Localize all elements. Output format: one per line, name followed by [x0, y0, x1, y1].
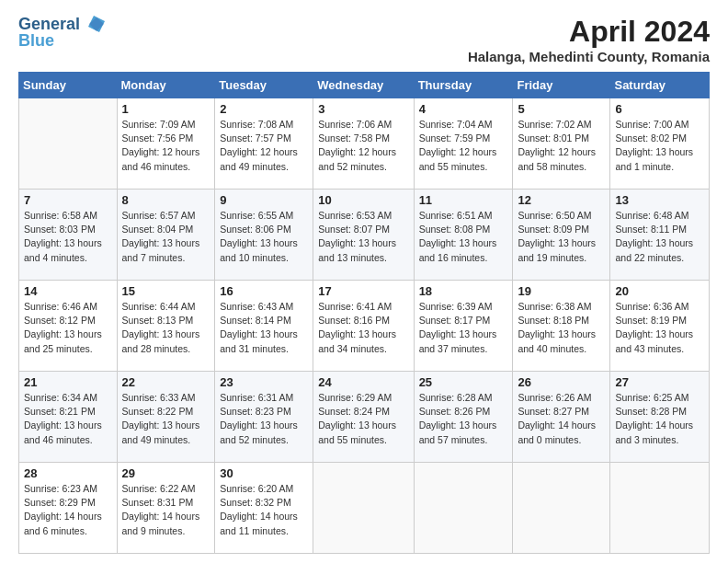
day-info: Sunrise: 6:36 AMSunset: 8:19 PMDaylight:… — [615, 300, 704, 356]
table-row: 14Sunrise: 6:46 AMSunset: 8:12 PMDayligh… — [19, 281, 118, 372]
day-number: 22 — [122, 375, 210, 389]
day-number: 26 — [518, 375, 605, 389]
day-info: Sunrise: 7:09 AMSunset: 7:56 PMDaylight:… — [122, 118, 210, 174]
day-info: Sunrise: 7:06 AMSunset: 7:58 PMDaylight:… — [318, 118, 408, 174]
day-info: Sunrise: 6:58 AMSunset: 8:03 PMDaylight:… — [24, 209, 112, 265]
day-info: Sunrise: 6:41 AMSunset: 8:16 PMDaylight:… — [318, 300, 408, 356]
day-number: 3 — [318, 102, 408, 116]
calendar-table: Sunday Monday Tuesday Wednesday Thursday… — [18, 72, 710, 554]
day-number: 12 — [518, 193, 605, 207]
table-row: 17Sunrise: 6:41 AMSunset: 8:16 PMDayligh… — [313, 281, 414, 372]
table-row: 28Sunrise: 6:23 AMSunset: 8:29 PMDayligh… — [19, 463, 118, 554]
day-info: Sunrise: 6:39 AMSunset: 8:17 PMDaylight:… — [419, 300, 508, 356]
table-row: 15Sunrise: 6:44 AMSunset: 8:13 PMDayligh… — [117, 281, 215, 372]
day-number: 18 — [419, 284, 508, 298]
day-info: Sunrise: 6:43 AMSunset: 8:14 PMDaylight:… — [220, 300, 308, 356]
table-row: 12Sunrise: 6:50 AMSunset: 8:09 PMDayligh… — [513, 190, 610, 281]
header-row: Sunday Monday Tuesday Wednesday Thursday… — [19, 73, 710, 98]
table-row: 10Sunrise: 6:53 AMSunset: 8:07 PMDayligh… — [313, 190, 414, 281]
day-info: Sunrise: 6:20 AMSunset: 8:32 PMDaylight:… — [220, 482, 308, 538]
col-friday: Friday — [513, 73, 610, 98]
day-number: 2 — [220, 102, 308, 116]
day-number: 20 — [615, 284, 704, 298]
day-number: 28 — [24, 466, 112, 480]
calendar-body: 1Sunrise: 7:09 AMSunset: 7:56 PMDaylight… — [19, 98, 710, 554]
day-number: 25 — [419, 375, 508, 389]
table-row: 8Sunrise: 6:57 AMSunset: 8:04 PMDaylight… — [117, 190, 215, 281]
table-row: 6Sunrise: 7:00 AMSunset: 8:02 PMDaylight… — [610, 98, 710, 190]
day-info: Sunrise: 7:00 AMSunset: 8:02 PMDaylight:… — [615, 118, 704, 174]
logo-icon — [86, 14, 107, 34]
location: Halanga, Mehedinti County, Romania — [468, 49, 710, 64]
table-row: 27Sunrise: 6:25 AMSunset: 8:28 PMDayligh… — [610, 372, 710, 463]
calendar-week-5: 28Sunrise: 6:23 AMSunset: 8:29 PMDayligh… — [19, 463, 710, 554]
col-wednesday: Wednesday — [313, 73, 414, 98]
day-number: 7 — [24, 193, 112, 207]
table-row: 30Sunrise: 6:20 AMSunset: 8:32 PMDayligh… — [215, 463, 313, 554]
day-info: Sunrise: 6:31 AMSunset: 8:23 PMDaylight:… — [220, 391, 308, 447]
table-row: 23Sunrise: 6:31 AMSunset: 8:23 PMDayligh… — [215, 372, 313, 463]
day-number: 15 — [122, 284, 210, 298]
col-tuesday: Tuesday — [215, 73, 313, 98]
table-row: 24Sunrise: 6:29 AMSunset: 8:24 PMDayligh… — [313, 372, 414, 463]
table-row: 21Sunrise: 6:34 AMSunset: 8:21 PMDayligh… — [19, 372, 118, 463]
day-number: 6 — [615, 102, 704, 116]
day-number: 29 — [122, 466, 210, 480]
day-info: Sunrise: 6:57 AMSunset: 8:04 PMDaylight:… — [122, 209, 210, 265]
day-number: 8 — [122, 193, 210, 207]
day-number: 19 — [518, 284, 605, 298]
day-number: 1 — [122, 102, 210, 116]
table-row: 26Sunrise: 6:26 AMSunset: 8:27 PMDayligh… — [513, 372, 610, 463]
calendar-week-2: 7Sunrise: 6:58 AMSunset: 8:03 PMDaylight… — [19, 190, 710, 281]
table-row: 2Sunrise: 7:08 AMSunset: 7:57 PMDaylight… — [215, 98, 313, 190]
table-row: 4Sunrise: 7:04 AMSunset: 7:59 PMDaylight… — [414, 98, 513, 190]
day-info: Sunrise: 6:34 AMSunset: 8:21 PMDaylight:… — [24, 391, 112, 447]
logo-blue: Blue — [18, 32, 107, 51]
day-number: 4 — [419, 102, 508, 116]
col-thursday: Thursday — [414, 73, 513, 98]
day-number: 30 — [220, 466, 308, 480]
page: General Blue April 2024 Halanga, Mehedin… — [0, 0, 728, 563]
table-row: 29Sunrise: 6:22 AMSunset: 8:31 PMDayligh… — [117, 463, 215, 554]
table-row: 9Sunrise: 6:55 AMSunset: 8:06 PMDaylight… — [215, 190, 313, 281]
day-info: Sunrise: 6:38 AMSunset: 8:18 PMDaylight:… — [518, 300, 605, 356]
day-info: Sunrise: 6:50 AMSunset: 8:09 PMDaylight:… — [518, 209, 605, 265]
day-info: Sunrise: 6:23 AMSunset: 8:29 PMDaylight:… — [24, 482, 112, 538]
table-row: 19Sunrise: 6:38 AMSunset: 8:18 PMDayligh… — [513, 281, 610, 372]
table-row: 11Sunrise: 6:51 AMSunset: 8:08 PMDayligh… — [414, 190, 513, 281]
svg-marker-1 — [89, 17, 104, 31]
col-sunday: Sunday — [19, 73, 118, 98]
table-row: 5Sunrise: 7:02 AMSunset: 8:01 PMDaylight… — [513, 98, 610, 190]
header: General Blue April 2024 Halanga, Mehedin… — [18, 15, 710, 64]
day-number: 23 — [220, 375, 308, 389]
day-info: Sunrise: 6:22 AMSunset: 8:31 PMDaylight:… — [122, 482, 210, 538]
day-number: 5 — [518, 102, 605, 116]
day-info: Sunrise: 6:46 AMSunset: 8:12 PMDaylight:… — [24, 300, 112, 356]
calendar-week-3: 14Sunrise: 6:46 AMSunset: 8:12 PMDayligh… — [19, 281, 710, 372]
day-info: Sunrise: 6:28 AMSunset: 8:26 PMDaylight:… — [419, 391, 508, 447]
day-number: 9 — [220, 193, 308, 207]
calendar-header: Sunday Monday Tuesday Wednesday Thursday… — [19, 73, 710, 98]
day-number: 10 — [318, 193, 408, 207]
month-title: April 2024 — [468, 15, 710, 49]
day-number: 17 — [318, 284, 408, 298]
day-info: Sunrise: 6:44 AMSunset: 8:13 PMDaylight:… — [122, 300, 210, 356]
day-number: 14 — [24, 284, 112, 298]
table-row: 1Sunrise: 7:09 AMSunset: 7:56 PMDaylight… — [117, 98, 215, 190]
table-row: 7Sunrise: 6:58 AMSunset: 8:03 PMDaylight… — [19, 190, 118, 281]
day-info: Sunrise: 6:26 AMSunset: 8:27 PMDaylight:… — [518, 391, 605, 447]
table-row: 16Sunrise: 6:43 AMSunset: 8:14 PMDayligh… — [215, 281, 313, 372]
table-row — [513, 463, 610, 554]
day-info: Sunrise: 6:51 AMSunset: 8:08 PMDaylight:… — [419, 209, 508, 265]
day-info: Sunrise: 6:48 AMSunset: 8:11 PMDaylight:… — [615, 209, 704, 265]
day-info: Sunrise: 7:04 AMSunset: 7:59 PMDaylight:… — [419, 118, 508, 174]
day-number: 27 — [615, 375, 704, 389]
table-row — [610, 463, 710, 554]
col-saturday: Saturday — [610, 73, 710, 98]
day-number: 16 — [220, 284, 308, 298]
calendar-week-1: 1Sunrise: 7:09 AMSunset: 7:56 PMDaylight… — [19, 98, 710, 190]
day-info: Sunrise: 6:33 AMSunset: 8:22 PMDaylight:… — [122, 391, 210, 447]
title-block: April 2024 Halanga, Mehedinti County, Ro… — [468, 15, 710, 64]
table-row: 20Sunrise: 6:36 AMSunset: 8:19 PMDayligh… — [610, 281, 710, 372]
table-row: 25Sunrise: 6:28 AMSunset: 8:26 PMDayligh… — [414, 372, 513, 463]
